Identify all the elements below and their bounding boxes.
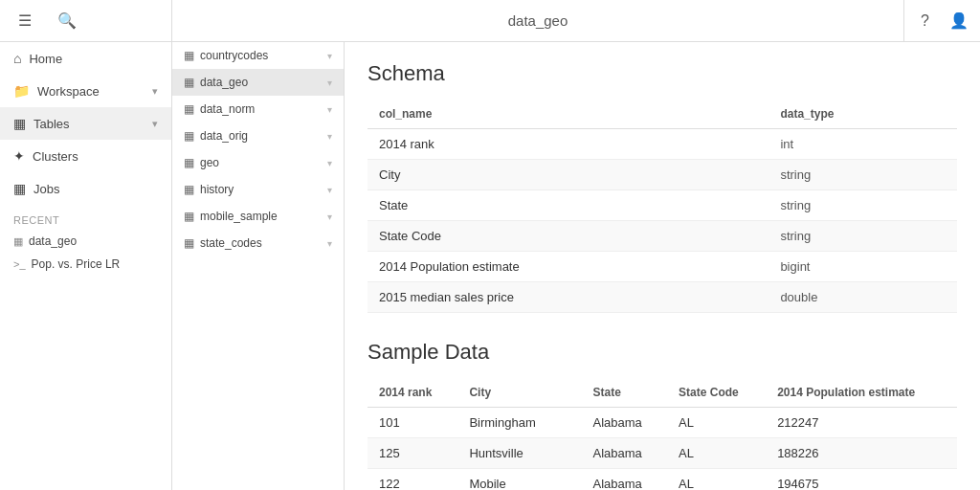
data_geo_recent-icon: ▦ bbox=[13, 235, 23, 248]
schema-col-name: 2014 rank bbox=[368, 129, 768, 160]
sample-cell: 194675 bbox=[766, 469, 957, 491]
table-caret-icon: ▾ bbox=[327, 158, 332, 168]
recent-item-label: data_geo bbox=[29, 234, 77, 248]
schema-col-type: string bbox=[768, 221, 957, 252]
tables-icon: ▦ bbox=[13, 116, 26, 131]
caret-icon: ▾ bbox=[152, 85, 158, 98]
schema-col-type: int bbox=[768, 129, 957, 160]
menu-icon[interactable]: ☰ bbox=[11, 8, 38, 34]
sample-cell: 188226 bbox=[766, 438, 957, 469]
table-caret-icon: ▾ bbox=[327, 51, 332, 61]
table-caret-icon: ▾ bbox=[327, 185, 332, 195]
table-item-history[interactable]: ▦ history ▾ bbox=[172, 176, 344, 203]
sample-cell: Alabama bbox=[582, 408, 668, 438]
table-caret-icon: ▾ bbox=[327, 238, 332, 249]
sidebar-item-label: Jobs bbox=[33, 182, 59, 196]
recent-item-data_geo_recent[interactable]: ▦ data_geo bbox=[0, 230, 171, 253]
table-caret-icon: ▾ bbox=[327, 78, 332, 88]
schema-row: Statestring bbox=[368, 190, 957, 221]
table-grid-icon: ▦ bbox=[184, 49, 194, 62]
table-item-label: data_orig bbox=[200, 129, 248, 143]
clusters-icon: ✦ bbox=[13, 148, 25, 164]
table-grid-icon: ▦ bbox=[184, 236, 194, 250]
sample-row: 125HuntsvilleAlabamaAL188226 bbox=[368, 438, 957, 469]
sample-cell: 212247 bbox=[766, 408, 957, 438]
table-item-state_codes[interactable]: ▦ state_codes ▾ bbox=[172, 230, 344, 256]
recent-label: Recent bbox=[0, 205, 171, 230]
sample-col-header: City bbox=[457, 378, 581, 408]
sample-cell: Birmingham bbox=[457, 408, 581, 438]
sample-cell: 125 bbox=[368, 438, 457, 469]
table-grid-icon: ▦ bbox=[184, 183, 194, 196]
topbar: ☰ 🔍 data_geo ? 👤 bbox=[0, 0, 980, 42]
schema-row: Citystring bbox=[368, 160, 957, 190]
table-item-label: data_norm bbox=[200, 102, 255, 116]
sidebar-item-label: Clusters bbox=[33, 149, 78, 164]
table-item-data_norm[interactable]: ▦ data_norm ▾ bbox=[172, 96, 344, 122]
pop_price_lr-icon: >_ bbox=[13, 258, 26, 270]
table-item-geo[interactable]: ▦ geo ▾ bbox=[172, 149, 344, 176]
table-caret-icon: ▾ bbox=[327, 104, 332, 115]
table-item-mobile_sample[interactable]: ▦ mobile_sample ▾ bbox=[172, 203, 344, 230]
sample-cell: AL bbox=[667, 408, 766, 438]
help-icon[interactable]: ? bbox=[916, 8, 934, 34]
sidebar-item-clusters[interactable]: ✦ Clusters bbox=[0, 140, 171, 172]
table-item-label: geo bbox=[200, 156, 219, 169]
schema-col-header: data_type bbox=[768, 100, 957, 129]
user-icon[interactable]: 👤 bbox=[949, 8, 969, 34]
sample-col-header: 2014 rank bbox=[368, 378, 457, 408]
sample-cell: Alabama bbox=[582, 469, 668, 491]
sample-title: Sample Data bbox=[368, 340, 957, 365]
sample-cell: AL bbox=[667, 438, 766, 469]
table-caret-icon: ▾ bbox=[327, 212, 332, 222]
sidebar-item-label: Home bbox=[29, 52, 62, 66]
schema-col-type: double bbox=[768, 282, 957, 313]
schema-row: 2014 Population estimatebigint bbox=[368, 252, 957, 282]
sample-col-header: State Code bbox=[667, 378, 766, 408]
sample-cell: Mobile bbox=[457, 469, 581, 491]
table-item-label: history bbox=[200, 183, 234, 196]
sample-col-header: State bbox=[582, 378, 668, 408]
sample-cell: Huntsville bbox=[457, 438, 581, 469]
topbar-title: data_geo bbox=[172, 12, 903, 29]
schema-col-type: string bbox=[768, 160, 957, 190]
schema-title: Schema bbox=[368, 61, 957, 86]
sidebar-item-tables[interactable]: ▦ Tables ▾ bbox=[0, 107, 171, 140]
sample-col-header: 2014 Population estimate bbox=[766, 378, 957, 408]
table-caret-icon: ▾ bbox=[327, 131, 332, 142]
schema-col-name: State Code bbox=[368, 221, 768, 252]
schema-col-name: City bbox=[368, 160, 768, 190]
sidebar-item-label: Workspace bbox=[37, 84, 100, 99]
schema-col-name: 2014 Population estimate bbox=[368, 252, 768, 282]
topbar-left: ☰ 🔍 bbox=[0, 0, 172, 41]
schema-row: 2015 median sales pricedouble bbox=[368, 282, 957, 313]
sample-row: 122MobileAlabamaAL194675 bbox=[368, 469, 957, 491]
sample-cell: Alabama bbox=[582, 438, 668, 469]
schema-table: col_namedata_type 2014 rankintCitystring… bbox=[368, 100, 957, 313]
schema-row: State Codestring bbox=[368, 221, 957, 252]
table-item-countrycodes[interactable]: ▦ countrycodes ▾ bbox=[172, 42, 344, 69]
sidebar-item-workspace[interactable]: 📁 Workspace ▾ bbox=[0, 75, 171, 107]
search-icon[interactable]: 🔍 bbox=[54, 8, 80, 34]
sample-row: 101BirminghamAlabamaAL212247 bbox=[368, 408, 957, 438]
schema-col-header: col_name bbox=[368, 100, 768, 129]
sidebar: ⌂ Home 📁 Workspace ▾▦ Tables ▾✦ Clusters… bbox=[0, 42, 172, 490]
table-item-data_orig[interactable]: ▦ data_orig ▾ bbox=[172, 122, 344, 149]
table-item-label: state_codes bbox=[200, 236, 262, 250]
table-item-data_geo[interactable]: ▦ data_geo ▾ bbox=[172, 69, 344, 96]
table-grid-icon: ▦ bbox=[184, 76, 194, 89]
schema-col-name: State bbox=[368, 190, 768, 221]
table-grid-icon: ▦ bbox=[184, 129, 194, 143]
table-item-label: countrycodes bbox=[200, 49, 268, 62]
recent-item-pop_price_lr[interactable]: >_ Pop. vs. Price LR bbox=[0, 253, 171, 276]
sidebar-item-home[interactable]: ⌂ Home bbox=[0, 42, 171, 75]
sample-cell: AL bbox=[667, 469, 766, 491]
content-area: Schema col_namedata_type 2014 rankintCit… bbox=[345, 42, 980, 490]
workspace-icon: 📁 bbox=[13, 83, 30, 99]
recent-item-label: Pop. vs. Price LR bbox=[32, 257, 121, 271]
sample-cell: 101 bbox=[368, 408, 457, 438]
topbar-right: ? 👤 bbox=[903, 0, 980, 41]
table-grid-icon: ▦ bbox=[184, 210, 194, 223]
home-icon: ⌂ bbox=[13, 51, 21, 66]
sidebar-item-jobs[interactable]: ▦ Jobs bbox=[0, 172, 171, 205]
